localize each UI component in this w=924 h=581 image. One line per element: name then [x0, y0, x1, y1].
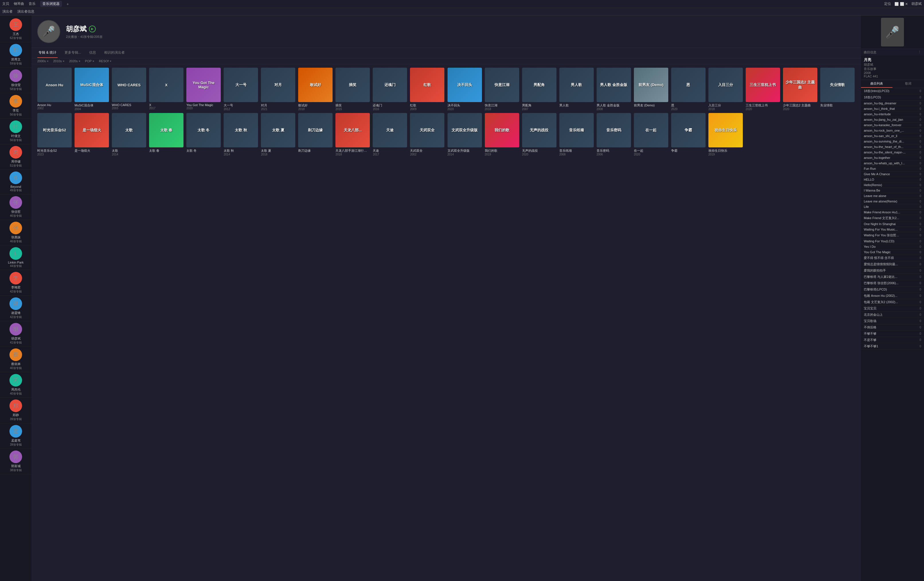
album-card[interactable]: 三生三世枕上书 三生三世枕上书 2020 [746, 68, 780, 111]
song-list-item[interactable]: Make Friend 文艺复兴2... 0 [861, 215, 924, 221]
more-icon[interactable]: ⋮ [918, 50, 921, 54]
album-card[interactable]: 音乐纸墙 音乐纸墙 2008 [559, 113, 594, 156]
album-card[interactable]: 快意江湖 快意江湖 2018 [485, 68, 519, 111]
sidebar-artist-item[interactable]: 叶 叶倩文 56张专辑 [0, 119, 31, 144]
song-list-item[interactable]: I Wanna Be 0 [861, 188, 924, 193]
song-list-item[interactable]: Yes I Do 0 [861, 244, 924, 249]
album-card[interactable]: 争霸 争霸 [671, 113, 706, 156]
song-list-item[interactable]: You Got The Magic 0 [861, 249, 924, 255]
tab-lyrics[interactable]: 歌词 [893, 80, 924, 88]
song-list-item[interactable]: Make Friend Anson Hu1... 0 [861, 210, 924, 215]
filter-2000s[interactable]: 2000s × [37, 59, 48, 63]
album-card[interactable]: 插笑 插笑 2015 [335, 68, 370, 111]
song-list-item[interactable]: Leave me alone 0 [861, 193, 924, 199]
album-card[interactable]: You Got The Magic You Got The Magic 2020 [186, 68, 221, 111]
sub-nav-performer[interactable]: 演出者 [2, 9, 13, 14]
song-list-item[interactable]: 包厢 Anson Hu (2002)... 0 [861, 293, 924, 299]
album-card[interactable]: 剃刀边缘 剃刀边缘 [298, 113, 333, 156]
sidebar-artist-item[interactable]: 周 周杰伦 40张专辑 [0, 372, 31, 398]
tab-albums[interactable]: 专辑 & 统计 [37, 48, 58, 58]
filter-2010s[interactable]: 2010s × [53, 59, 64, 63]
song-list-item[interactable]: anson_hu-the_heart_of_th... 0 [861, 144, 924, 150]
album-card[interactable]: 入目三分 入目三分 2018 [708, 68, 743, 111]
song-list-item[interactable]: 巴黎铁塔 与人家2老比... 0 [861, 274, 924, 280]
menu-item-browser[interactable]: 音乐浏览器 [40, 1, 62, 7]
album-card[interactable]: 少年三国志2 主题曲 少年三国志2 主题曲 2020 [783, 68, 817, 111]
menu-item-wenbi[interactable]: 文贝 [2, 2, 9, 6]
add-tab-button[interactable]: + [66, 2, 69, 6]
tab-related[interactable]: 相识的演出者 [103, 48, 126, 58]
album-card[interactable]: 还魂门 还魂门 2016 [373, 68, 407, 111]
album-card[interactable]: 文武双全升级版 文武双全升级版 2014 [447, 113, 482, 156]
song-list-item[interactable]: Waiting For You 张信哲... 0 [861, 232, 924, 239]
song-list-item[interactable]: 包厢 文艺复兴2 (2002)... 0 [861, 299, 924, 305]
song-list-item[interactable]: 爱不得 恨不得 含不得 0 [861, 255, 924, 261]
tab-info[interactable]: 信息 [88, 48, 97, 58]
sidebar-artist-item[interactable]: L Linkin Park 44张专辑 [0, 246, 31, 270]
song-list-item[interactable]: 不够不够1 0 [861, 343, 924, 350]
album-card[interactable]: 天武双全 天武双全 2002 [410, 113, 444, 156]
sidebar-artist-item[interactable]: 周 周华健 51张专辑 [0, 144, 31, 170]
album-card[interactable]: 太歌 冬 太歌 冬 [186, 113, 221, 156]
song-list-item[interactable]: Life 0 [861, 204, 924, 210]
album-card[interactable]: MuSiC混合体 MuSiC混合体 2004 [74, 68, 109, 111]
album-card[interactable]: 前男友 (Demo) 前男友 (Demo) [634, 68, 668, 111]
menu-item-music[interactable]: 音乐 [29, 2, 36, 6]
album-card[interactable]: 太歌 太歌 2014 [112, 113, 146, 156]
album-card[interactable]: 红歌 红歌 2009 [410, 68, 444, 111]
sidebar-artist-item[interactable]: 张 张信哲 46张专辑 [0, 195, 31, 220]
song-list-item[interactable]: Hello(Remix) 0 [861, 182, 924, 188]
song-list-item[interactable]: 巴黎铁塔 张信哲(2006)... 0 [861, 280, 924, 287]
song-list-item[interactable]: anson_hu-the_silent_major-... 0 [861, 150, 924, 155]
song-list-item[interactable]: 宝贝歌场 0 [861, 318, 924, 324]
sidebar-artist-item[interactable]: 郭 郭富城 38张专辑 [0, 449, 31, 474]
album-card[interactable]: 祝你生日快乐 祝你生日快乐 2019 [708, 113, 743, 156]
album-card[interactable]: 太歌 夏 太歌 夏 2018 [261, 113, 295, 156]
sidebar-artist-item[interactable]: 胡 胡彦斌 41张专辑 [0, 321, 31, 347]
sidebar-artist-item[interactable]: 郑 郑静 39张专辑 [0, 398, 31, 423]
sidebar-artist-item[interactable]: 孟 孟庭苇 39张专辑 [0, 423, 31, 449]
album-card[interactable]: 敢试好 敢试好 2018 [298, 68, 333, 111]
song-list-item[interactable]: 宝贝宝贝 0 [861, 305, 924, 312]
song-list-item[interactable]: 18首(LPCD) 0 [861, 94, 924, 101]
song-list-item[interactable]: Leave me alone(Remix) 0 [861, 199, 924, 204]
album-card[interactable]: 大一号 大一号 2012 [224, 68, 258, 111]
album-card[interactable]: WHO CARES WHO CARES 2003 [112, 68, 146, 111]
album-card[interactable]: X X 2017 [149, 68, 183, 111]
sidebar-artist-item[interactable]: 张 张惠妹 46张专辑 [0, 220, 31, 246]
song-list-item[interactable]: anson_hu-rock_born_one_... 0 [861, 128, 924, 133]
song-list-item[interactable]: Waiting For You Music... 0 [861, 227, 924, 232]
album-card[interactable]: 太歌 春 太歌 春 [149, 113, 183, 156]
album-card[interactable]: 天龙八部... 天龙八部手游江湖行酒命系列歌曲 2018 [335, 113, 370, 156]
song-list-item[interactable]: 不是不够 0 [861, 337, 924, 343]
album-card[interactable]: 男人歌 金胜金版 男人歌 金胜金版 2008 [597, 68, 631, 111]
sidebar-artist-item[interactable]: B Beyond 49张专辑 [0, 170, 31, 195]
song-list-item[interactable]: anson_hu-jiang_hu_zai_jian 0 [861, 117, 924, 122]
song-list-item[interactable]: HELLO 0 [861, 177, 924, 182]
song-list-item[interactable]: Fun Run 0 [861, 166, 924, 172]
album-card[interactable]: 天途 天途 2017 [373, 113, 407, 156]
sidebar-artist-item[interactable]: 李 李玟 56张专辑 [0, 93, 31, 119]
song-list-item[interactable]: 不够不够 0 [861, 331, 924, 337]
album-card[interactable]: 男人歌 男人歌 [559, 68, 594, 111]
song-list-item[interactable]: anson_hu-whats_up_with_I... 0 [861, 160, 924, 166]
song-list-item[interactable]: anson_hu-karaoke_forever 0 [861, 122, 924, 128]
play-button[interactable]: ▶ [89, 26, 96, 32]
album-card[interactable]: Anson Hu Anson Hu 2002 [37, 68, 72, 111]
user-name[interactable]: 胡彦斌 [911, 2, 922, 6]
sidebar-artist-item[interactable]: 李 李翊君 42张专辑 [0, 270, 31, 295]
song-list-item[interactable]: One Night In Shanghai 0 [861, 221, 924, 227]
album-card[interactable]: 失业情歌 失业情歌 [820, 68, 855, 111]
song-list-item[interactable]: anson_hu-san_shi_er_li 0 [861, 133, 924, 139]
sidebar-artist-item[interactable]: 谢 谢霆锋 42张专辑 [0, 295, 31, 321]
song-list-item[interactable]: Give Me A Chance 0 [861, 172, 924, 177]
song-list-item[interactable]: 爱我的眼拍拍手 0 [861, 267, 924, 274]
album-card[interactable]: 太歌 秋 太歌 秋 2014 [224, 113, 258, 156]
song-list-item[interactable]: 北京的金山上 0 [861, 312, 924, 318]
album-card[interactable]: 无声的战役 无声的战役 2020 [522, 113, 556, 156]
album-card[interactable]: 我们的歌 我们的歌 2019 [485, 113, 519, 156]
album-card[interactable]: 是一场煊火 是一场煊火 [74, 113, 109, 156]
sub-nav-performer-info[interactable]: 演出者信息 [17, 9, 35, 14]
song-list-item[interactable]: Waiting For You(LCD) 0 [861, 239, 924, 244]
menu-item-piano[interactable]: 钢琴曲 [14, 2, 24, 6]
